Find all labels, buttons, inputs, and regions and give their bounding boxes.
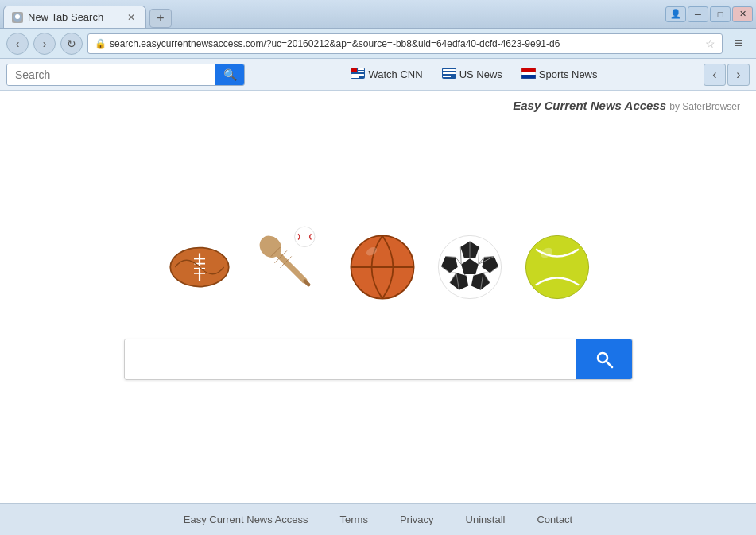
baseball-bat-icon [251, 219, 331, 315]
svg-rect-24 [268, 245, 308, 285]
close-button[interactable]: ✕ [732, 6, 753, 22]
svg-rect-4 [358, 68, 364, 70]
toolbar: 🔍 Watch CNN [0, 59, 756, 91]
soccer-ball-icon [434, 231, 506, 303]
menu-button[interactable]: ≡ [727, 33, 750, 55]
sports-icons [164, 219, 593, 315]
svg-point-1 [15, 14, 20, 19]
sports-news-label: Sports News [539, 68, 598, 80]
forward-button[interactable]: › [33, 33, 56, 55]
tab-title: New Tab Search [28, 11, 103, 23]
us-news-link[interactable]: US News [434, 64, 510, 84]
footer: Easy Current News Access Terms Privacy U… [0, 503, 756, 535]
main-search-button[interactable] [576, 339, 632, 379]
title-bar: New Tab Search ✕ + 👤 ─ □ ✕ [0, 0, 756, 29]
us-news-label: US News [459, 68, 502, 80]
main-content: Easy Current News Access by SaferBrowser [0, 91, 756, 503]
tab-favicon [12, 12, 23, 23]
footer-easy-current-link[interactable]: Easy Current News Access [184, 514, 308, 525]
footer-contact-link[interactable]: Contact [537, 514, 572, 525]
watch-cnn-label: Watch CNN [368, 68, 422, 80]
svg-rect-11 [443, 76, 451, 77]
sports-area [16, 96, 740, 503]
toolbar-next-button[interactable]: › [727, 64, 750, 86]
usnews-icon [442, 68, 456, 81]
sports-icon [521, 68, 536, 81]
main-search-box[interactable] [124, 339, 633, 380]
svg-line-63 [607, 362, 612, 367]
minimize-button[interactable]: ─ [688, 6, 708, 22]
svg-rect-12 [521, 68, 536, 72]
address-bar: ‹ › ↻ 🔒 search.easycurrentnewsaccess.com… [0, 29, 756, 59]
basketball-icon [347, 231, 418, 303]
refresh-button[interactable]: ↻ [60, 33, 83, 55]
toolbar-links: Watch CNN US News [251, 64, 697, 84]
svg-rect-6 [351, 74, 364, 76]
main-search-input[interactable] [125, 339, 576, 379]
tab-close-button[interactable]: ✕ [125, 11, 138, 24]
user-button[interactable]: 👤 [665, 6, 686, 22]
new-tab-button[interactable]: + [149, 9, 172, 28]
svg-rect-3 [351, 68, 357, 72]
bookmark-star-icon[interactable]: ☆ [705, 37, 715, 50]
footer-uninstall-link[interactable]: Uninstall [466, 514, 506, 525]
svg-rect-9 [443, 69, 456, 71]
back-button[interactable]: ‹ [6, 33, 29, 55]
window-controls: 👤 ─ □ ✕ [665, 6, 753, 22]
svg-rect-13 [521, 72, 536, 75]
url-bar[interactable]: 🔒 search.easycurrentnewsaccess.com/?uc=2… [87, 33, 723, 54]
svg-rect-5 [358, 71, 364, 72]
tennis-ball-icon [521, 231, 593, 303]
toolbar-prev-button[interactable]: ‹ [704, 64, 726, 86]
sports-news-link[interactable]: Sports News [514, 64, 606, 84]
active-tab[interactable]: New Tab Search ✕ [3, 6, 146, 28]
toolbar-search-box[interactable]: 🔍 [6, 64, 245, 86]
svg-rect-7 [351, 76, 359, 78]
footer-privacy-link[interactable]: Privacy [400, 514, 434, 525]
football-icon [164, 239, 235, 295]
svg-rect-14 [521, 75, 536, 79]
toolbar-search-button[interactable]: 🔍 [215, 64, 244, 85]
toolbar-search-input[interactable] [7, 64, 215, 85]
footer-terms-link[interactable]: Terms [340, 514, 368, 525]
tab-area: New Tab Search ✕ + [3, 0, 659, 28]
maximize-button[interactable]: □ [710, 6, 731, 22]
toolbar-nav: ‹ › [704, 64, 750, 86]
svg-point-29 [294, 227, 314, 246]
cnn-icon [351, 68, 365, 81]
watch-cnn-link[interactable]: Watch CNN [343, 64, 430, 84]
svg-rect-10 [443, 72, 456, 74]
url-text: search.easycurrentnewsaccess.com/?uc=201… [110, 38, 702, 49]
url-lock-icon: 🔒 [95, 38, 107, 49]
